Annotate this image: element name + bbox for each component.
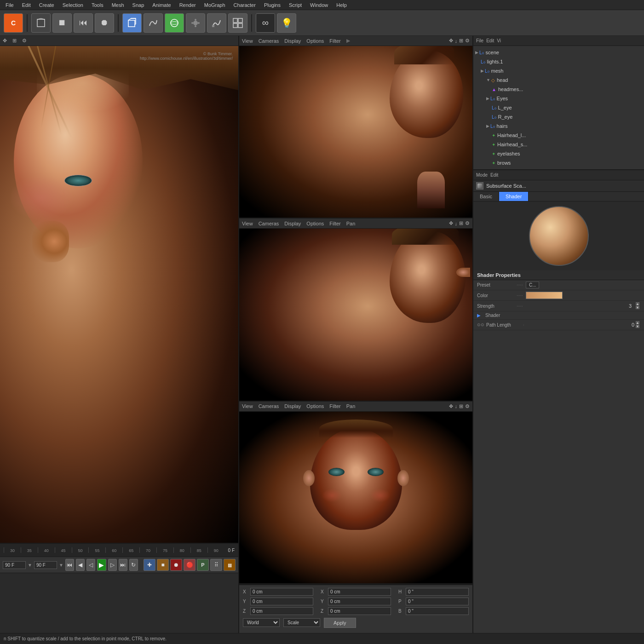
viewport-3-content[interactable] — [239, 412, 472, 583]
rot-z-input[interactable] — [328, 607, 391, 615]
cameras-menu-3[interactable]: Cameras — [259, 403, 279, 409]
tab-basic[interactable]: Basic — [473, 192, 499, 201]
preset-dropdown[interactable]: C... — [526, 282, 540, 288]
path-length-spinner[interactable]: ▲ ▼ — [636, 321, 640, 328]
viewport-settings-icon[interactable]: ⚙ — [22, 38, 27, 44]
options-menu-1[interactable]: Options — [306, 38, 324, 44]
infinity-button[interactable]: ∞ — [256, 13, 275, 33]
scale-dropdown[interactable]: Scale — [283, 618, 320, 627]
pan-menu-2[interactable]: Pan — [346, 221, 356, 226]
edit-menu-scene[interactable]: Edit — [486, 38, 494, 43]
view-menu-1[interactable]: View — [242, 38, 253, 44]
rot-x-input[interactable] — [328, 588, 391, 596]
tree-item-hairhead-l[interactable]: ✦ Hairhead_l... — [473, 131, 644, 140]
size-b-input[interactable] — [406, 607, 469, 615]
menu-mesh[interactable]: Mesh — [108, 1, 128, 9]
playback-prev-button[interactable]: ⏮ — [74, 13, 93, 33]
menu-snap[interactable]: Snap — [129, 1, 148, 9]
loop-button[interactable]: ↻ — [129, 559, 138, 571]
vp-expand-1[interactable]: ⊞ — [459, 38, 463, 44]
tree-item-brows[interactable]: ✦ brows — [473, 158, 644, 167]
cube-tool-button[interactable] — [122, 13, 142, 33]
pan-menu-3[interactable]: Pan — [346, 403, 356, 409]
options-menu-3[interactable]: Options — [306, 403, 324, 409]
skip-end-button[interactable]: ⏭ — [119, 559, 127, 571]
play-button[interactable]: ▶ — [97, 559, 106, 571]
filter-menu-3[interactable]: Filter — [329, 403, 340, 409]
options-menu-2[interactable]: Options — [306, 221, 324, 226]
frame-anim-button[interactable]: ▦ — [224, 559, 236, 571]
tree-item-leye[interactable]: L₀ L_eye — [473, 103, 644, 112]
add-key-button[interactable]: ✚ — [144, 559, 155, 571]
menu-file[interactable]: File — [2, 1, 17, 9]
scene-tools-button[interactable] — [228, 13, 247, 33]
tree-item-reye[interactable]: L₀ R_eye — [473, 112, 644, 121]
tree-item-eyelashes[interactable]: ✦ eyelashes — [473, 149, 644, 158]
tree-item-eyes[interactable]: ▶ L₀ Eyes — [473, 94, 644, 103]
apply-button[interactable]: Apply — [324, 618, 356, 628]
filter-menu-1[interactable]: Filter — [329, 38, 340, 44]
generator-button[interactable] — [186, 13, 205, 33]
size-h-input[interactable] — [406, 588, 469, 596]
pos-x-input[interactable] — [250, 588, 313, 596]
edit-button-prop[interactable]: Edit — [490, 172, 498, 178]
tab-shader[interactable]: Shader — [499, 192, 529, 201]
menu-edit[interactable]: Edit — [18, 1, 34, 9]
vp-settings-1[interactable]: ⚙ — [465, 38, 470, 44]
viewport-2-content[interactable] — [239, 229, 472, 400]
scene-object-button[interactable] — [31, 13, 51, 33]
tree-item-hairhead-s[interactable]: ✦ Hairhead_s... — [473, 140, 644, 149]
step-fwd-button[interactable]: ▷ — [108, 559, 117, 571]
menu-mograph[interactable]: MoGraph — [201, 1, 229, 9]
end-frame-input[interactable] — [34, 561, 57, 569]
spline-tool-button[interactable] — [144, 13, 163, 33]
rot-y-input[interactable] — [328, 598, 391, 605]
view-menu-3[interactable]: View — [242, 403, 253, 409]
mode-button[interactable]: Mode — [476, 172, 488, 178]
viewport-1-content[interactable] — [239, 46, 472, 218]
menu-create[interactable]: Create — [35, 1, 58, 9]
motion-button[interactable]: ⠿ — [210, 559, 222, 571]
current-frame-input[interactable] — [3, 561, 26, 569]
step-back-btn2[interactable]: ◁ — [86, 559, 95, 571]
key-orange-button[interactable]: ■ — [157, 559, 169, 571]
view-menu-2[interactable]: View — [242, 221, 253, 226]
c4d-logo-button[interactable]: C — [4, 13, 23, 33]
cameras-menu-1[interactable]: Cameras — [259, 38, 279, 44]
menu-selection[interactable]: Selection — [59, 1, 87, 9]
display-menu-3[interactable]: Display — [284, 403, 301, 409]
playback-start-button[interactable]: ⏹ — [52, 13, 72, 33]
size-p-input[interactable] — [406, 598, 469, 605]
tree-item-hairs[interactable]: ▶ L₀ hairs — [473, 121, 644, 131]
tree-item-mesh[interactable]: ▶ L₀ mesh — [473, 66, 644, 75]
tree-item-head[interactable]: ▼ ◇ head — [473, 75, 644, 85]
viewport-expand-icon[interactable]: ⊞ — [12, 38, 17, 44]
vp-settings-2[interactable]: ⚙ — [465, 220, 470, 226]
file-menu-scene[interactable]: File — [476, 38, 483, 43]
display-menu-2[interactable]: Display — [284, 221, 301, 226]
key-p-button[interactable]: P — [197, 559, 209, 571]
tree-item-lights[interactable]: L₀ lights.1 — [473, 57, 644, 66]
filter-menu-2[interactable]: Filter — [329, 221, 340, 226]
display-menu-1[interactable]: Display — [284, 38, 301, 44]
menu-plugins[interactable]: Plugins — [260, 1, 284, 9]
color-swatch[interactable] — [526, 292, 563, 299]
deformer-button[interactable] — [207, 13, 226, 33]
world-dropdown[interactable]: World Object — [243, 618, 280, 627]
cameras-menu-2[interactable]: Cameras — [259, 221, 279, 226]
record-button[interactable]: ⏺ — [170, 559, 182, 571]
nurbs-button[interactable] — [165, 13, 184, 33]
pos-z-input[interactable] — [250, 607, 313, 615]
vp-expand-3[interactable]: ⊞ — [459, 403, 463, 409]
menu-script[interactable]: Script — [285, 1, 305, 9]
vp-expand-2[interactable]: ⊞ — [459, 220, 463, 226]
light-button[interactable]: 💡 — [277, 13, 296, 33]
record-button[interactable]: ⏺ — [95, 13, 114, 33]
menu-tools[interactable]: Tools — [88, 1, 107, 9]
tree-item-scene[interactable]: ▶ L₀ scene — [473, 48, 644, 57]
auto-key-button[interactable]: 🔴 — [184, 559, 196, 571]
menu-render[interactable]: Render — [176, 1, 200, 9]
pos-y-input[interactable] — [250, 598, 313, 605]
skip-start-button[interactable]: ⏮ — [65, 559, 74, 571]
tree-item-headmesh[interactable]: ▲ headmes... — [473, 85, 644, 94]
